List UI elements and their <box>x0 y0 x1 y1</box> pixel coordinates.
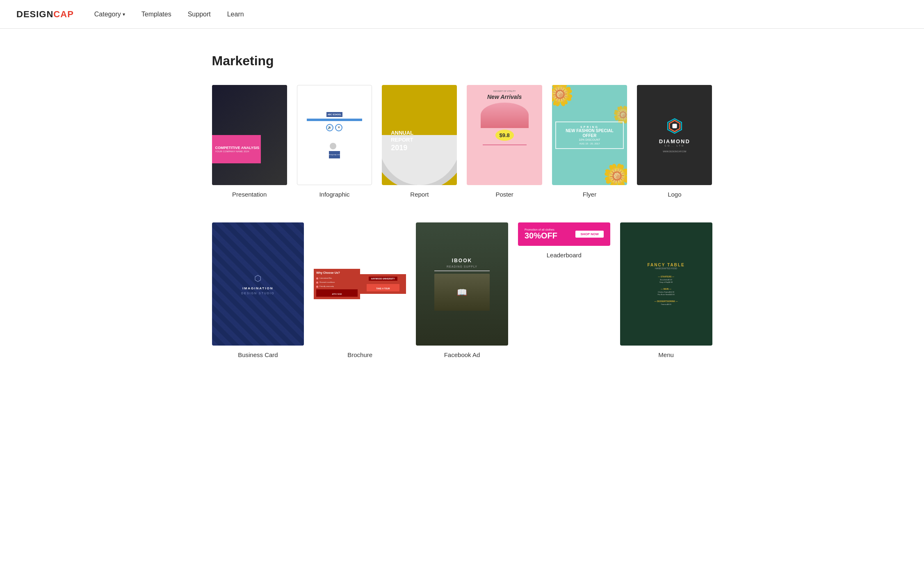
thumb-presentation: COMPETITIVE ANALYSIS YOUR COMPANY NAME 2… <box>212 85 287 185</box>
flyer-text-box: SPRING NEW FASHION SPECIAL OFFER 10% DIS… <box>555 121 624 149</box>
report-annual: ANNUAL <box>391 130 413 136</box>
menu-row4: Pan Bone Steak $22.00 <box>658 293 675 295</box>
brochure-item2-text: Research excellence <box>319 281 335 284</box>
poster-line <box>483 144 527 145</box>
chevron-down-icon: ▾ <box>123 11 125 17</box>
brochure-item1-text: International Bus. <box>319 277 332 279</box>
fb-supply: READING SUPPLY <box>447 265 477 268</box>
fb-ibook: IBOOK <box>452 258 472 263</box>
card-label-bizcard: Business Card <box>238 351 278 358</box>
section-title: Marketing <box>212 53 712 69</box>
nav-category[interactable]: Category ▾ <box>94 11 125 18</box>
logo-url: WWW.DESIGNCAP.COM <box>659 150 690 153</box>
card-poster[interactable]: DESSERT OF VITALITY New Arrivals $9.8 Po… <box>467 85 542 198</box>
fb-book-icon: 📖 <box>457 287 467 297</box>
brochure-university: HAYWOOD UNIVERSITY <box>371 277 395 280</box>
brochure-tour: TAKE A TOUR <box>367 284 399 291</box>
nav-learn[interactable]: Learn <box>227 11 244 18</box>
brochure-logo: HAYWOOD UNIVERSITY <box>369 277 397 281</box>
card-leaderboard[interactable]: Promotion of all clothes 30%OFF SHOP NOW… <box>518 222 610 358</box>
brochure-left: Why Choose Us? International Bus. Resear… <box>314 269 360 299</box>
thumb-infographic: ABC SCHOOL 🔊 ✕ <box>297 85 372 185</box>
thumb-flyer: 🌼 🌼 🌼 SPRING NEW FASHION SPECIAL OFFER 1… <box>552 85 627 185</box>
menu-main: — MAIN — <box>661 288 671 290</box>
nav-templates[interactable]: Templates <box>141 11 171 18</box>
card-brochure[interactable]: Why Choose Us? International Bus. Resear… <box>314 222 406 358</box>
thumb-brochure: Why Choose Us? International Bus. Resear… <box>314 222 406 346</box>
biz-cube-icon: ⬡ <box>241 273 274 283</box>
brochure-item3: Friendly community <box>316 285 357 288</box>
info-icon-sound: 🔊 <box>326 124 333 131</box>
poster-cake <box>481 103 529 128</box>
pres-pink-bar: COMPETITIVE ANALYSIS YOUR COMPANY NAME 2… <box>212 135 261 163</box>
thumb-logo: DIAMOND CO., LTD WWW.DESIGNCAP.COM <box>637 85 712 185</box>
nav-support[interactable]: Support <box>188 11 211 18</box>
poster-title: New Arrivals <box>487 94 522 100</box>
menu-item1-price: $5.00 <box>668 279 672 281</box>
logo-design: DESIGN <box>16 9 53 19</box>
card-report[interactable]: ANNUAL REPORT 2019 Report <box>382 85 457 198</box>
template-grid-row1: COMPETITIVE ANALYSIS YOUR COMPANY NAME 2… <box>212 85 712 198</box>
biz-studio: DESIGN STUDIO <box>241 292 274 295</box>
brochure-right: HAYWOOD UNIVERSITY TAKE A TOUR <box>360 274 406 294</box>
menu-row1: Bruschetta $5.00 <box>660 279 672 281</box>
biz-content: ⬡ IMAGINATION DESIGN STUDIO <box>241 273 274 295</box>
card-menu[interactable]: FANCY TABLE HANDCRAFTED FOOD — STARTERS … <box>620 222 712 358</box>
card-bizcard[interactable]: ⬡ IMAGINATION DESIGN STUDIO Business Car… <box>212 222 304 358</box>
menu-desserts: — DESSERTS/DRINK — <box>655 300 678 302</box>
card-label-poster: Poster <box>495 191 513 198</box>
card-label-brochure: Brochure <box>347 351 372 358</box>
card-label-report: Report <box>410 191 429 198</box>
info-icon-cross: ✕ <box>335 124 342 131</box>
flyer-date: AUG 15 - 20, 2017 <box>561 142 618 145</box>
biz-company: IMAGINATION <box>241 286 274 290</box>
menu-starters: — STARTERS — <box>658 275 674 278</box>
thumb-leaderboard: Promotion of all clothes 30%OFF SHOP NOW <box>518 222 610 245</box>
flyer-flower-br: 🌼 <box>603 163 627 185</box>
card-label-logo: Logo <box>668 191 681 198</box>
poster-bottom <box>477 143 532 147</box>
card-facebook-ad[interactable]: IBOOK READING SUPPLY 📖 Facebook Ad <box>416 222 508 358</box>
leaderboard-discount: 30%OFF <box>525 231 557 240</box>
pres-text: COMPETITIVE ANALYSIS <box>215 146 260 151</box>
leaderboard-promo: Promotion of all clothes <box>525 228 557 231</box>
menu-item4-price: $22.00 <box>669 293 674 295</box>
menu-item5-price: $6.00 <box>667 303 671 305</box>
logo-brand-sub: CO., LTD <box>659 144 690 147</box>
logo-cap: CAP <box>53 9 73 19</box>
svg-rect-2 <box>672 124 677 128</box>
thumb-report: ANNUAL REPORT 2019 <box>382 85 457 185</box>
card-label-infographic: Infographic <box>319 191 349 198</box>
brochure-item3-text: Friendly community <box>319 285 334 288</box>
leaderboard-promo-block: Promotion of all clothes 30%OFF <box>525 228 557 240</box>
card-infographic[interactable]: ABC SCHOOL 🔊 ✕ <box>297 85 372 198</box>
report-year: 2019 <box>391 144 413 151</box>
card-presentation[interactable]: COMPETITIVE ANALYSIS YOUR COMPANY NAME 2… <box>212 85 287 198</box>
info-blue-bar <box>307 119 362 121</box>
leaderboard-cta[interactable]: SHOP NOW <box>575 231 603 238</box>
menu-row2: Soup of Day $4.00 <box>659 281 673 283</box>
main-content: Marketing COMPETITIVE ANALYSIS YOUR COMP… <box>196 29 729 391</box>
logo[interactable]: DESIGNCAP <box>16 9 74 20</box>
main-nav: Category ▾ Templates Support Learn <box>94 11 244 18</box>
info-header: ABC SCHOOL <box>326 112 343 117</box>
card-label-presentation: Presentation <box>232 191 267 198</box>
card-label-leaderboard: Leaderboard <box>547 252 582 259</box>
brochure-apply: APPLY NOW <box>316 289 357 297</box>
pres-sub: YOUR COMPANY NAME 2024 <box>215 150 260 153</box>
menu-title: FANCY TABLE <box>648 263 685 267</box>
logo-brand-name: DIAMOND <box>659 138 690 144</box>
poster-top: DESSERT OF VITALITY <box>493 90 516 92</box>
card-logo[interactable]: DIAMOND CO., LTD WWW.DESIGNCAP.COM Logo <box>637 85 712 198</box>
brochure-dot2 <box>316 282 318 284</box>
report-text-block: ANNUAL REPORT 2019 <box>386 124 418 151</box>
logo-hex-icon <box>666 118 683 134</box>
menu-item4-name: Pan Bone Steak <box>658 293 670 295</box>
card-flyer[interactable]: 🌼 🌼 🌼 SPRING NEW FASHION SPECIAL OFFER 1… <box>552 85 627 198</box>
template-grid-row2: ⬡ IMAGINATION DESIGN STUDIO Business Car… <box>212 222 712 358</box>
menu-item5-name: Tiramisu <box>661 303 667 305</box>
brochure-item1: International Bus. <box>316 277 357 279</box>
logo-text-block: DIAMOND CO., LTD WWW.DESIGNCAP.COM <box>659 138 690 153</box>
flyer-spring: SPRING <box>561 126 618 128</box>
flyer-discount: 10% DISCOUNT <box>561 138 618 141</box>
